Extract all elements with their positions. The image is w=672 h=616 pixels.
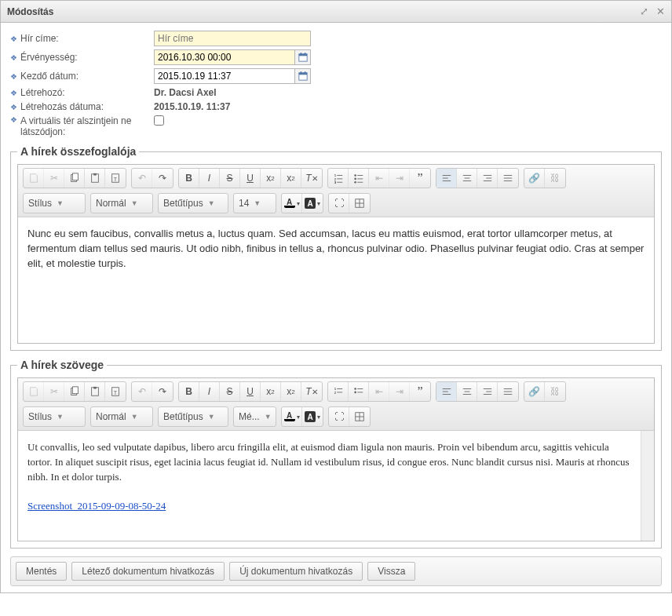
- blockquote-icon[interactable]: ”: [410, 169, 430, 188]
- body-text: Ut convallis, leo sed vulputate dapibus,…: [27, 441, 630, 483]
- subscript-icon[interactable]: x2: [261, 382, 281, 401]
- group-link: 🔗 ⛓: [524, 381, 566, 402]
- back-button[interactable]: Vissza: [367, 562, 415, 581]
- group-format: B I S U x2 x2 T✕: [178, 381, 323, 402]
- validity-input[interactable]: [154, 49, 295, 65]
- label-start: Kezdő dátum:: [20, 71, 154, 82]
- body-content[interactable]: Ut convallis, leo sed vulputate dapibus,…: [18, 431, 641, 541]
- remove-format-icon[interactable]: T✕: [301, 382, 322, 401]
- strike-button[interactable]: S: [220, 382, 240, 401]
- style-combo[interactable]: Stílus▼: [23, 406, 86, 427]
- text-color-button[interactable]: A▾: [282, 194, 302, 213]
- svg-point-53: [354, 392, 356, 394]
- underline-button[interactable]: U: [240, 169, 261, 188]
- link-icon[interactable]: 🔗: [524, 382, 545, 401]
- format-combo[interactable]: Normál▼: [90, 193, 153, 213]
- remove-format-icon[interactable]: T✕: [301, 169, 322, 188]
- subscript-icon[interactable]: x2: [261, 169, 281, 188]
- superscript-icon[interactable]: x2: [281, 169, 301, 188]
- unlink-icon[interactable]: ⛓: [545, 169, 565, 188]
- bold-button[interactable]: B: [179, 169, 199, 188]
- undo-icon[interactable]: ↶: [132, 382, 152, 401]
- link-icon[interactable]: 🔗: [524, 169, 545, 188]
- italic-button[interactable]: I: [199, 382, 220, 401]
- svg-point-22: [354, 178, 356, 180]
- align-left-icon[interactable]: [436, 382, 457, 401]
- close-icon[interactable]: ✕: [656, 5, 665, 17]
- align-justify-icon[interactable]: [498, 382, 518, 401]
- blockquote-icon[interactable]: ”: [410, 382, 430, 401]
- group-undo: ↶ ↷: [131, 168, 173, 188]
- group-view: ⛶: [328, 193, 371, 213]
- maximize-editor-icon[interactable]: ⛶: [329, 194, 349, 213]
- paste-icon[interactable]: [85, 169, 105, 188]
- outdent-icon[interactable]: ⇤: [369, 169, 389, 188]
- text-color-button[interactable]: A▾: [282, 407, 302, 426]
- bg-color-button[interactable]: A▾: [302, 407, 323, 426]
- undo-icon[interactable]: ↶: [132, 169, 152, 188]
- summary-content[interactable]: Nunc eu sem faucibus, convallis metus a,…: [18, 217, 654, 343]
- copy-icon[interactable]: [64, 169, 85, 188]
- title-input[interactable]: [154, 31, 311, 46]
- start-input[interactable]: [154, 68, 295, 84]
- italic-button[interactable]: I: [199, 169, 220, 188]
- table-icon[interactable]: [349, 407, 370, 426]
- align-left-icon[interactable]: [436, 169, 457, 188]
- attachment-link[interactable]: Screenshot_2015-09-09-08-50-24: [27, 500, 166, 512]
- row-virtual: ❖ A virtuális tér alszintjein ne látszód…: [10, 115, 662, 137]
- numbered-list-icon[interactable]: 12: [328, 382, 349, 401]
- paste-text-icon[interactable]: T: [105, 382, 126, 401]
- align-center-icon[interactable]: [457, 382, 477, 401]
- strike-button[interactable]: S: [220, 169, 240, 188]
- indent-icon[interactable]: ⇥: [389, 382, 410, 401]
- align-center-icon[interactable]: [457, 169, 477, 188]
- redo-icon[interactable]: ↷: [152, 382, 173, 401]
- window-controls: ⤢ ✕: [640, 5, 665, 17]
- align-justify-icon[interactable]: [498, 169, 518, 188]
- unlink-icon[interactable]: ⛓: [545, 382, 565, 401]
- table-icon[interactable]: [349, 194, 370, 213]
- new-doc-button[interactable]: Új dokumentum hivatkozás: [229, 562, 363, 581]
- paste-text-icon[interactable]: T: [105, 169, 126, 188]
- size-combo[interactable]: 14▼: [233, 193, 276, 213]
- cut-icon[interactable]: ✂: [44, 382, 64, 401]
- bullet-icon: ❖: [10, 53, 17, 62]
- bg-color-button[interactable]: A▾: [302, 194, 323, 213]
- font-combo[interactable]: Betűtípus▼: [158, 406, 228, 427]
- bullet-list-icon[interactable]: [349, 382, 369, 401]
- virtual-checkbox[interactable]: [154, 115, 164, 126]
- label-title: Hír címe:: [20, 33, 154, 44]
- save-button[interactable]: Mentés: [16, 562, 67, 581]
- superscript-icon[interactable]: x2: [281, 382, 301, 401]
- outdent-icon[interactable]: ⇤: [369, 382, 389, 401]
- maximize-editor-icon[interactable]: ⛶: [329, 407, 349, 426]
- indent-icon[interactable]: ⇥: [389, 169, 410, 188]
- copy-icon[interactable]: [64, 382, 85, 401]
- bullet-icon: ❖: [10, 89, 17, 97]
- source-icon[interactable]: [24, 169, 44, 188]
- source-icon[interactable]: [24, 382, 44, 401]
- paste-icon[interactable]: [85, 382, 105, 401]
- scrollbar[interactable]: [641, 431, 654, 541]
- cut-icon[interactable]: ✂: [44, 169, 64, 188]
- summary-editor-body: Nunc eu sem faucibus, convallis metus a,…: [18, 217, 654, 343]
- calendar-icon: [298, 53, 308, 62]
- maximize-icon[interactable]: ⤢: [640, 5, 648, 17]
- style-combo[interactable]: Stílus▼: [23, 193, 86, 213]
- align-right-icon[interactable]: [477, 382, 498, 401]
- format-combo[interactable]: Normál▼: [90, 406, 153, 427]
- numbered-list-icon[interactable]: 123: [328, 169, 349, 188]
- size-combo[interactable]: Mé...▼: [233, 406, 276, 427]
- bold-button[interactable]: B: [179, 382, 199, 401]
- existing-doc-button[interactable]: Létező dokumentum hivatkozás: [71, 562, 225, 581]
- chevron-down-icon: ▼: [131, 413, 138, 421]
- validity-calendar-button[interactable]: [295, 49, 311, 65]
- underline-button[interactable]: U: [240, 382, 261, 401]
- validity-input-wrap: [154, 49, 311, 65]
- font-combo[interactable]: Betűtípus▼: [158, 193, 228, 213]
- start-calendar-button[interactable]: [295, 68, 311, 84]
- align-right-icon[interactable]: [477, 169, 498, 188]
- bullet-list-icon[interactable]: [349, 169, 369, 188]
- redo-icon[interactable]: ↷: [152, 169, 173, 188]
- body-editor: ✂ T ↶ ↷ B I S U: [17, 377, 655, 541]
